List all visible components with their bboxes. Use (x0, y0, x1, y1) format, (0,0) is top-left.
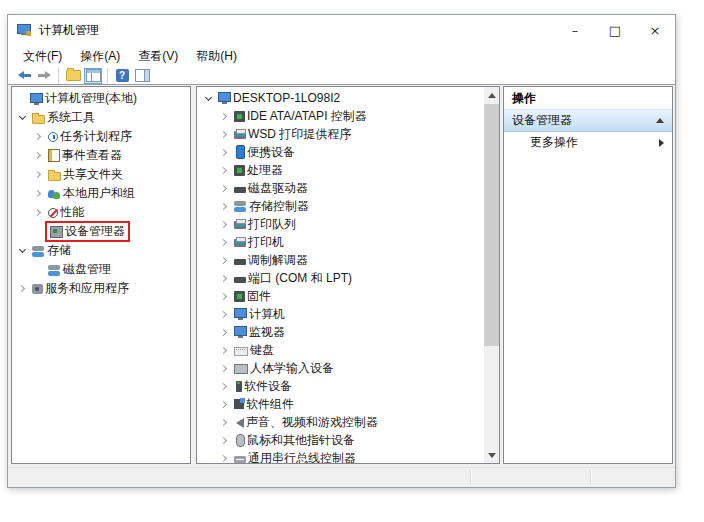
chevron-right-icon[interactable] (15, 282, 29, 296)
chevron-right-icon[interactable] (31, 168, 45, 182)
tree-item-event-viewer[interactable]: 事件查看器 (12, 146, 190, 165)
tree-item-software-devices[interactable]: 软件设备 (197, 377, 499, 395)
scrollbar-thumb[interactable] (484, 104, 499, 346)
chevron-down-icon[interactable] (15, 111, 29, 125)
more-actions-item[interactable]: 更多操作 (504, 132, 672, 153)
chevron-right-icon[interactable] (217, 325, 231, 339)
action-pane-title: 操作 (504, 87, 672, 109)
chevron-right-icon[interactable] (217, 397, 231, 411)
chevron-right-icon[interactable] (217, 415, 231, 429)
tree-item-content: 便携设备 (231, 144, 298, 161)
tree-item-printers[interactable]: 打印机 (197, 233, 499, 251)
chevron-right-icon[interactable] (217, 379, 231, 393)
forward-icon[interactable] (35, 68, 53, 84)
tree-item-storage[interactable]: 存储 (12, 241, 190, 260)
menu-item[interactable]: 文件(F) (14, 46, 71, 67)
tree-item-label: 性能 (60, 204, 84, 221)
tree-item-shared-folders[interactable]: 共享文件夹 (12, 165, 190, 184)
close-button[interactable]: × (635, 15, 675, 45)
chevron-right-icon[interactable] (217, 433, 231, 447)
chevron-right-icon[interactable] (217, 451, 231, 464)
console-tree-folder-icon[interactable] (64, 68, 82, 84)
chevron-right-icon[interactable] (217, 253, 231, 267)
chevron-right-icon[interactable] (31, 187, 45, 201)
tree-item-label: 系统工具 (47, 109, 95, 126)
show-hide-console-tree-icon[interactable] (84, 68, 102, 84)
highlight-box: 设备管理器 (45, 221, 130, 242)
back-icon[interactable] (15, 68, 33, 84)
tree-item-computer-category[interactable]: 计算机 (197, 305, 499, 323)
tree-item-usb-controllers[interactable]: 通用串行总线控制器 (197, 449, 499, 464)
chevron-right-icon[interactable] (31, 206, 45, 220)
tree-item-storage-controllers[interactable]: 存储控制器 (197, 197, 499, 215)
maximize-button[interactable]: □ (595, 15, 635, 45)
chevron-right-icon[interactable] (217, 199, 231, 213)
chevron-right-icon[interactable] (217, 271, 231, 285)
help-icon[interactable]: ? (113, 68, 131, 84)
tree-item-keyboards[interactable]: 键盘 (197, 341, 499, 359)
chevron-right-icon[interactable] (217, 307, 231, 321)
mice-pointing-devices-icon (236, 434, 245, 447)
tree-item-monitors[interactable]: 监视器 (197, 323, 499, 341)
scroll-up-button[interactable] (484, 87, 499, 103)
chevron-right-icon[interactable] (217, 343, 231, 357)
tree-item-human-interface-devices[interactable]: 人体学输入设备 (197, 359, 499, 377)
tree-item-portable-devices[interactable]: 便携设备 (197, 143, 499, 161)
minimize-button[interactable]: – (555, 15, 595, 45)
processors-icon (234, 165, 245, 176)
title-bar[interactable]: 计算机管理 – □ × (8, 15, 675, 45)
tree-item-disk-drives[interactable]: 磁盘驱动器 (197, 179, 499, 197)
chevron-right-icon[interactable] (217, 109, 231, 123)
tree-item-print-queues[interactable]: 打印队列 (197, 215, 499, 233)
chevron-right-icon[interactable] (217, 235, 231, 249)
menu-item[interactable]: 帮助(H) (187, 46, 246, 67)
chevron-right-icon[interactable] (217, 127, 231, 141)
console-tree-pane[interactable]: 计算机管理(本地)系统工具任务计划程序事件查看器共享文件夹本地用户和组性能设备管… (11, 86, 191, 464)
tree-item-performance[interactable]: 性能 (12, 203, 190, 222)
chevron-right-icon[interactable] (217, 145, 231, 159)
tree-item-sound-video-game-controllers[interactable]: 声音、视频和游戏控制器 (197, 413, 499, 431)
menu-item[interactable]: 查看(V) (129, 46, 187, 67)
chevron-right-icon[interactable] (217, 361, 231, 375)
tree-item-content: 存储控制器 (231, 198, 312, 215)
disk-management-icon (48, 264, 61, 276)
tree-item-task-scheduler[interactable]: 任务计划程序 (12, 127, 190, 146)
chevron-right-icon[interactable] (217, 289, 231, 303)
tree-item-modems[interactable]: 调制解调器 (197, 251, 499, 269)
tree-item-ports[interactable]: 端口 (COM 和 LPT) (197, 269, 499, 287)
show-hide-action-pane-icon[interactable] (133, 68, 151, 84)
tree-item-processors[interactable]: 处理器 (197, 161, 499, 179)
tree-item-label: 磁盘管理 (63, 261, 111, 278)
chevron-down-icon[interactable] (201, 91, 215, 105)
vertical-scrollbar[interactable] (484, 87, 499, 463)
system-tools-icon (32, 115, 45, 124)
tree-item-software-components[interactable]: 软件组件 (197, 395, 499, 413)
tree-item-wsd-print-provider[interactable]: WSD 打印提供程序 (197, 125, 499, 143)
scroll-down-button[interactable] (484, 447, 499, 463)
tree-item-services-applications[interactable]: 服务和应用程序 (12, 279, 190, 298)
tree-item-label: 键盘 (250, 342, 274, 359)
chevron-right-icon[interactable] (217, 217, 231, 231)
action-pane-section-device-manager[interactable]: 设备管理器 (504, 109, 672, 132)
collapse-section-icon[interactable] (656, 118, 664, 123)
device-manager-pane[interactable]: DESKTOP-1LO98I2IDE ATA/ATAPI 控制器WSD 打印提供… (196, 86, 500, 464)
status-divider (470, 470, 472, 485)
chevron-right-icon[interactable] (217, 163, 231, 177)
chevron-down-icon[interactable] (15, 244, 29, 258)
device-manager-icon (50, 226, 63, 238)
tree-item-computer-management[interactable]: 计算机管理(本地) (12, 89, 190, 108)
tree-item-local-users-groups[interactable]: 本地用户和组 (12, 184, 190, 203)
tree-item-disk-management[interactable]: 磁盘管理 (12, 260, 190, 279)
tree-item-ide-ata-atapi-controllers[interactable]: IDE ATA/ATAPI 控制器 (197, 107, 499, 125)
tree-item-firmware[interactable]: 固件 (197, 287, 499, 305)
tree-item-computer[interactable]: DESKTOP-1LO98I2 (197, 89, 499, 107)
chevron-right-icon[interactable] (31, 149, 45, 163)
tree-item-content: 处理器 (231, 162, 286, 179)
tree-item-system-tools[interactable]: 系统工具 (12, 108, 190, 127)
menu-item[interactable]: 操作(A) (71, 46, 129, 67)
services-applications-icon (32, 284, 43, 294)
tree-item-device-manager[interactable]: 设备管理器 (12, 222, 190, 241)
chevron-right-icon[interactable] (31, 130, 45, 144)
tree-item-mice-pointing-devices[interactable]: 鼠标和其他指针设备 (197, 431, 499, 449)
chevron-right-icon[interactable] (217, 181, 231, 195)
